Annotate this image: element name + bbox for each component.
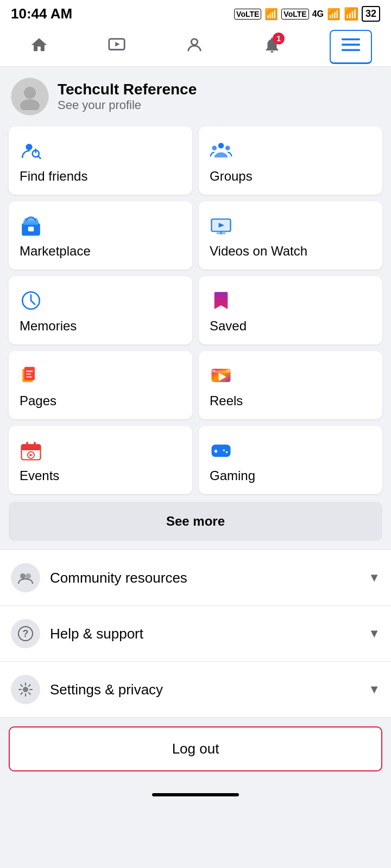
grid-item-reels[interactable]: Reels — [199, 351, 382, 419]
grid-item-videos-on-watch[interactable]: Videos on Watch — [199, 201, 382, 270]
grid-item-find-friends[interactable]: Find friends — [9, 126, 192, 195]
svg-rect-36 — [227, 370, 230, 372]
grid-item-pages[interactable]: Pages — [9, 351, 192, 419]
pages-label: Pages — [20, 393, 56, 408]
nav-home[interactable] — [19, 31, 59, 63]
volte-icon2: VoLTE — [281, 9, 308, 20]
svg-marker-1 — [115, 42, 120, 47]
help-chevron-icon: ▼ — [368, 627, 380, 641]
nav-bar: 1 — [0, 25, 391, 67]
community-icon-wrap — [11, 563, 40, 592]
svg-rect-5 — [342, 49, 360, 52]
nav-menu[interactable] — [330, 30, 372, 64]
memories-label: Memories — [20, 318, 77, 333]
svg-rect-3 — [342, 39, 360, 41]
events-label: Events — [20, 468, 59, 483]
grid-item-saved[interactable]: Saved — [199, 276, 382, 344]
settings-chevron-icon: ▼ — [368, 682, 380, 697]
community-resources-label: Community resources — [50, 570, 358, 586]
videos-on-watch-label: Videos on Watch — [210, 244, 307, 258]
reels-label: Reels — [210, 393, 243, 408]
svg-rect-20 — [23, 221, 39, 225]
svg-rect-40 — [34, 442, 36, 448]
svg-rect-35 — [212, 370, 215, 372]
nav-notifications[interactable]: 1 — [252, 31, 292, 63]
settings-privacy-item[interactable]: Settings & privacy ▼ — [0, 662, 391, 718]
community-chevron-icon: ▼ — [368, 571, 380, 585]
svg-rect-45 — [214, 451, 218, 452]
svg-rect-30 — [26, 374, 31, 375]
grid-section: Find friends Groups Marketplace — [0, 121, 391, 500]
grid-item-groups[interactable]: Groups — [199, 126, 382, 195]
menu-icon — [342, 35, 360, 58]
signal-icon1: 📶 — [264, 8, 278, 21]
status-bar: 10:44 AM VoLTE 📶 VoLTE 4G 📶 📶 32 — [0, 0, 391, 25]
notification-badge: 1 — [273, 33, 285, 44]
svg-point-2 — [191, 39, 197, 44]
avatar — [11, 78, 49, 116]
svg-point-16 — [225, 145, 230, 150]
find-friends-label: Find friends — [20, 169, 87, 183]
svg-rect-4 — [342, 44, 360, 46]
home-indicator — [0, 788, 391, 805]
help-icon-wrap: ? — [11, 619, 40, 648]
accordion-section: Community resources ▼ ? Help & support ▼… — [0, 550, 391, 718]
groups-label: Groups — [210, 169, 253, 183]
status-time: 10:44 AM — [11, 5, 72, 22]
battery-indicator: 32 — [362, 6, 380, 22]
svg-rect-31 — [26, 376, 32, 378]
svg-point-7 — [20, 99, 40, 110]
marketplace-label: Marketplace — [20, 244, 91, 258]
svg-point-46 — [223, 449, 225, 451]
community-resources-item[interactable]: Community resources ▼ — [0, 550, 391, 606]
svg-rect-19 — [28, 227, 34, 232]
help-support-label: Help & support — [50, 626, 358, 642]
svg-point-52 — [23, 687, 28, 692]
svg-rect-29 — [26, 371, 33, 372]
svg-point-49 — [26, 573, 31, 579]
profile-icon — [185, 36, 204, 59]
help-support-item[interactable]: ? Help & support ▼ — [0, 606, 391, 662]
grid-item-gaming[interactable]: Gaming — [199, 426, 382, 494]
svg-text:?: ? — [23, 628, 29, 639]
profile-subtitle: See your profile — [58, 98, 197, 112]
watch-icon — [108, 36, 126, 59]
profile-info: Techcult Reference See your profile — [58, 81, 197, 112]
see-more-button[interactable]: See more — [9, 502, 382, 541]
grid-item-events[interactable]: Events — [9, 426, 192, 494]
volte-icon: VoLTE — [234, 9, 261, 20]
settings-privacy-label: Settings & privacy — [50, 681, 358, 698]
logout-button[interactable]: Log out — [9, 726, 382, 771]
network-4g: 4G — [312, 9, 324, 19]
logout-section: Log out — [0, 718, 391, 788]
profile-name: Techcult Reference — [58, 81, 197, 98]
status-right: VoLTE 📶 VoLTE 4G 📶 📶 32 — [234, 6, 380, 22]
svg-line-11 — [39, 156, 41, 158]
saved-label: Saved — [210, 318, 247, 333]
svg-point-47 — [226, 451, 228, 454]
nav-watch[interactable] — [97, 31, 137, 63]
svg-point-15 — [212, 145, 217, 150]
svg-point-14 — [218, 143, 224, 149]
signal-icon2: 📶 — [327, 8, 340, 21]
settings-icon-wrap — [11, 675, 40, 704]
svg-rect-39 — [26, 442, 28, 448]
grid-item-memories[interactable]: Memories — [9, 276, 192, 344]
svg-point-48 — [20, 573, 26, 579]
nav-profile[interactable] — [174, 31, 215, 63]
wifi-icon: 📶 — [344, 7, 358, 21]
svg-point-6 — [24, 87, 36, 99]
home-icon — [30, 36, 48, 59]
svg-rect-38 — [22, 445, 41, 451]
home-bar — [152, 793, 239, 796]
gaming-label: Gaming — [210, 468, 255, 483]
profile-section[interactable]: Techcult Reference See your profile — [0, 67, 391, 121]
grid-item-marketplace[interactable]: Marketplace — [9, 201, 192, 270]
